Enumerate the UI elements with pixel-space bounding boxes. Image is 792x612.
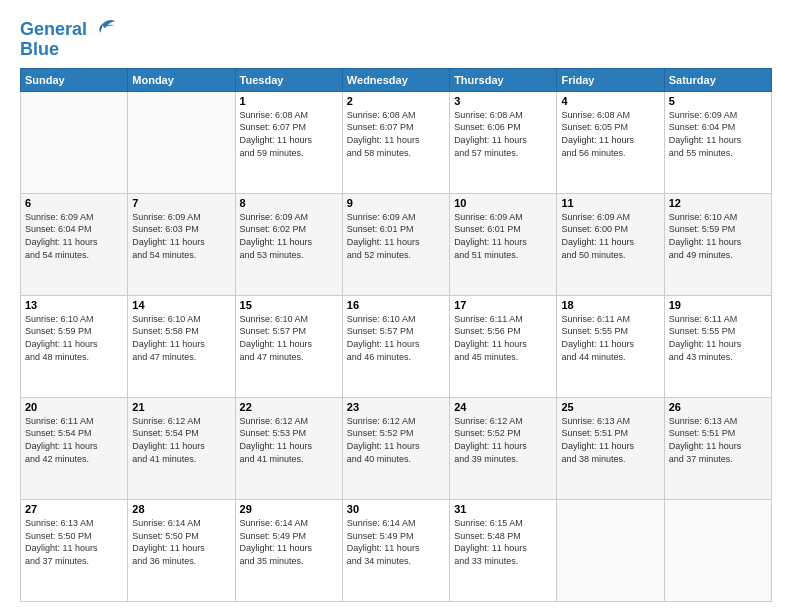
day-info: Sunrise: 6:12 AM Sunset: 5:53 PM Dayligh… bbox=[240, 415, 338, 465]
calendar-cell: 29Sunrise: 6:14 AM Sunset: 5:49 PM Dayli… bbox=[235, 499, 342, 601]
day-number: 25 bbox=[561, 401, 659, 413]
calendar-week-row: 20Sunrise: 6:11 AM Sunset: 5:54 PM Dayli… bbox=[21, 397, 772, 499]
day-number: 10 bbox=[454, 197, 552, 209]
day-header-saturday: Saturday bbox=[664, 68, 771, 91]
day-number: 6 bbox=[25, 197, 123, 209]
day-header-sunday: Sunday bbox=[21, 68, 128, 91]
calendar-cell: 24Sunrise: 6:12 AM Sunset: 5:52 PM Dayli… bbox=[450, 397, 557, 499]
calendar-header-row: SundayMondayTuesdayWednesdayThursdayFrid… bbox=[21, 68, 772, 91]
calendar-week-row: 1Sunrise: 6:08 AM Sunset: 6:07 PM Daylig… bbox=[21, 91, 772, 193]
day-number: 20 bbox=[25, 401, 123, 413]
day-info: Sunrise: 6:10 AM Sunset: 5:58 PM Dayligh… bbox=[132, 313, 230, 363]
day-number: 4 bbox=[561, 95, 659, 107]
calendar-cell: 22Sunrise: 6:12 AM Sunset: 5:53 PM Dayli… bbox=[235, 397, 342, 499]
day-number: 15 bbox=[240, 299, 338, 311]
day-number: 3 bbox=[454, 95, 552, 107]
day-info: Sunrise: 6:08 AM Sunset: 6:07 PM Dayligh… bbox=[240, 109, 338, 159]
calendar-cell: 5Sunrise: 6:09 AM Sunset: 6:04 PM Daylig… bbox=[664, 91, 771, 193]
day-info: Sunrise: 6:10 AM Sunset: 5:57 PM Dayligh… bbox=[347, 313, 445, 363]
day-info: Sunrise: 6:11 AM Sunset: 5:56 PM Dayligh… bbox=[454, 313, 552, 363]
calendar-cell: 28Sunrise: 6:14 AM Sunset: 5:50 PM Dayli… bbox=[128, 499, 235, 601]
day-number: 8 bbox=[240, 197, 338, 209]
calendar-week-row: 13Sunrise: 6:10 AM Sunset: 5:59 PM Dayli… bbox=[21, 295, 772, 397]
calendar-cell: 27Sunrise: 6:13 AM Sunset: 5:50 PM Dayli… bbox=[21, 499, 128, 601]
calendar-cell: 3Sunrise: 6:08 AM Sunset: 6:06 PM Daylig… bbox=[450, 91, 557, 193]
day-info: Sunrise: 6:13 AM Sunset: 5:51 PM Dayligh… bbox=[561, 415, 659, 465]
calendar-cell: 8Sunrise: 6:09 AM Sunset: 6:02 PM Daylig… bbox=[235, 193, 342, 295]
calendar-cell bbox=[664, 499, 771, 601]
page: General Blue SundayMondayTuesdayWednesda… bbox=[0, 0, 792, 612]
day-number: 23 bbox=[347, 401, 445, 413]
calendar-cell: 20Sunrise: 6:11 AM Sunset: 5:54 PM Dayli… bbox=[21, 397, 128, 499]
day-number: 28 bbox=[132, 503, 230, 515]
day-number: 11 bbox=[561, 197, 659, 209]
day-info: Sunrise: 6:12 AM Sunset: 5:54 PM Dayligh… bbox=[132, 415, 230, 465]
day-number: 31 bbox=[454, 503, 552, 515]
day-number: 30 bbox=[347, 503, 445, 515]
calendar-cell: 11Sunrise: 6:09 AM Sunset: 6:00 PM Dayli… bbox=[557, 193, 664, 295]
calendar-cell: 21Sunrise: 6:12 AM Sunset: 5:54 PM Dayli… bbox=[128, 397, 235, 499]
calendar-week-row: 27Sunrise: 6:13 AM Sunset: 5:50 PM Dayli… bbox=[21, 499, 772, 601]
day-info: Sunrise: 6:11 AM Sunset: 5:54 PM Dayligh… bbox=[25, 415, 123, 465]
day-number: 27 bbox=[25, 503, 123, 515]
day-number: 19 bbox=[669, 299, 767, 311]
day-number: 14 bbox=[132, 299, 230, 311]
day-number: 16 bbox=[347, 299, 445, 311]
calendar-cell bbox=[557, 499, 664, 601]
day-info: Sunrise: 6:08 AM Sunset: 6:05 PM Dayligh… bbox=[561, 109, 659, 159]
logo-text: General bbox=[20, 20, 87, 40]
day-info: Sunrise: 6:12 AM Sunset: 5:52 PM Dayligh… bbox=[454, 415, 552, 465]
day-info: Sunrise: 6:11 AM Sunset: 5:55 PM Dayligh… bbox=[561, 313, 659, 363]
day-number: 26 bbox=[669, 401, 767, 413]
day-header-thursday: Thursday bbox=[450, 68, 557, 91]
calendar-cell bbox=[21, 91, 128, 193]
calendar-cell: 18Sunrise: 6:11 AM Sunset: 5:55 PM Dayli… bbox=[557, 295, 664, 397]
day-number: 17 bbox=[454, 299, 552, 311]
day-info: Sunrise: 6:10 AM Sunset: 5:59 PM Dayligh… bbox=[25, 313, 123, 363]
day-info: Sunrise: 6:09 AM Sunset: 6:03 PM Dayligh… bbox=[132, 211, 230, 261]
day-info: Sunrise: 6:12 AM Sunset: 5:52 PM Dayligh… bbox=[347, 415, 445, 465]
day-header-wednesday: Wednesday bbox=[342, 68, 449, 91]
calendar-cell: 4Sunrise: 6:08 AM Sunset: 6:05 PM Daylig… bbox=[557, 91, 664, 193]
day-number: 18 bbox=[561, 299, 659, 311]
day-info: Sunrise: 6:09 AM Sunset: 6:01 PM Dayligh… bbox=[454, 211, 552, 261]
header: General Blue bbox=[20, 16, 772, 60]
calendar-cell: 26Sunrise: 6:13 AM Sunset: 5:51 PM Dayli… bbox=[664, 397, 771, 499]
calendar-cell: 25Sunrise: 6:13 AM Sunset: 5:51 PM Dayli… bbox=[557, 397, 664, 499]
calendar-cell: 13Sunrise: 6:10 AM Sunset: 5:59 PM Dayli… bbox=[21, 295, 128, 397]
logo-bird-icon bbox=[89, 16, 117, 44]
day-number: 24 bbox=[454, 401, 552, 413]
day-info: Sunrise: 6:09 AM Sunset: 6:02 PM Dayligh… bbox=[240, 211, 338, 261]
day-info: Sunrise: 6:09 AM Sunset: 6:04 PM Dayligh… bbox=[25, 211, 123, 261]
day-number: 5 bbox=[669, 95, 767, 107]
day-number: 1 bbox=[240, 95, 338, 107]
day-info: Sunrise: 6:08 AM Sunset: 6:06 PM Dayligh… bbox=[454, 109, 552, 159]
day-info: Sunrise: 6:14 AM Sunset: 5:49 PM Dayligh… bbox=[347, 517, 445, 567]
day-number: 13 bbox=[25, 299, 123, 311]
calendar-cell: 1Sunrise: 6:08 AM Sunset: 6:07 PM Daylig… bbox=[235, 91, 342, 193]
calendar-cell: 12Sunrise: 6:10 AM Sunset: 5:59 PM Dayli… bbox=[664, 193, 771, 295]
calendar-cell: 10Sunrise: 6:09 AM Sunset: 6:01 PM Dayli… bbox=[450, 193, 557, 295]
calendar-cell: 19Sunrise: 6:11 AM Sunset: 5:55 PM Dayli… bbox=[664, 295, 771, 397]
day-info: Sunrise: 6:10 AM Sunset: 5:59 PM Dayligh… bbox=[669, 211, 767, 261]
day-info: Sunrise: 6:13 AM Sunset: 5:51 PM Dayligh… bbox=[669, 415, 767, 465]
day-number: 29 bbox=[240, 503, 338, 515]
day-number: 12 bbox=[669, 197, 767, 209]
logo-blue-text: Blue bbox=[20, 40, 59, 60]
day-info: Sunrise: 6:14 AM Sunset: 5:49 PM Dayligh… bbox=[240, 517, 338, 567]
calendar-cell: 23Sunrise: 6:12 AM Sunset: 5:52 PM Dayli… bbox=[342, 397, 449, 499]
day-number: 22 bbox=[240, 401, 338, 413]
logo: General Blue bbox=[20, 16, 117, 60]
day-info: Sunrise: 6:09 AM Sunset: 6:04 PM Dayligh… bbox=[669, 109, 767, 159]
day-info: Sunrise: 6:10 AM Sunset: 5:57 PM Dayligh… bbox=[240, 313, 338, 363]
calendar-cell: 17Sunrise: 6:11 AM Sunset: 5:56 PM Dayli… bbox=[450, 295, 557, 397]
calendar-cell: 30Sunrise: 6:14 AM Sunset: 5:49 PM Dayli… bbox=[342, 499, 449, 601]
calendar-cell: 6Sunrise: 6:09 AM Sunset: 6:04 PM Daylig… bbox=[21, 193, 128, 295]
day-number: 7 bbox=[132, 197, 230, 209]
day-info: Sunrise: 6:14 AM Sunset: 5:50 PM Dayligh… bbox=[132, 517, 230, 567]
day-number: 9 bbox=[347, 197, 445, 209]
day-number: 2 bbox=[347, 95, 445, 107]
calendar-cell: 2Sunrise: 6:08 AM Sunset: 6:07 PM Daylig… bbox=[342, 91, 449, 193]
day-info: Sunrise: 6:13 AM Sunset: 5:50 PM Dayligh… bbox=[25, 517, 123, 567]
day-number: 21 bbox=[132, 401, 230, 413]
